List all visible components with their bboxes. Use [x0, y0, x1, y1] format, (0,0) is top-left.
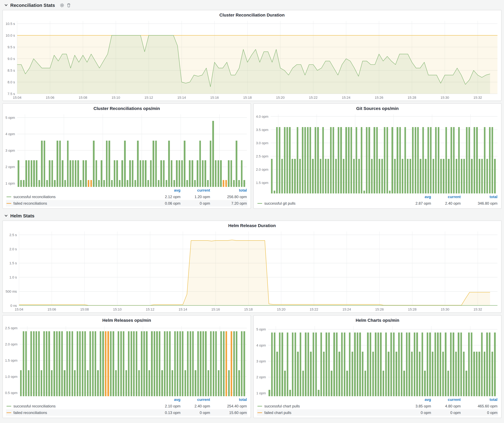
svg-text:4 opm: 4 opm: [256, 343, 266, 347]
chart-helm-charts-ops[interactable]: 15:0515:1015:1515:2015:2515:300 opm1 opm…: [254, 323, 501, 396]
legend-sort-avg[interactable]: avg: [151, 397, 180, 402]
svg-text:15:18: 15:18: [244, 307, 253, 311]
legend-series-name[interactable]: failed chart pulls: [258, 410, 402, 415]
legend-header-row: avgcurrenttotal: [257, 194, 498, 200]
svg-text:15:30: 15:30: [441, 307, 449, 311]
svg-text:500 ms: 500 ms: [6, 289, 17, 294]
svg-text:5 opm: 5 opm: [6, 116, 15, 120]
svg-text:10.5 s: 10.5 s: [6, 22, 15, 26]
svg-text:15:08: 15:08: [80, 307, 89, 311]
legend-sort-current[interactable]: current: [180, 397, 210, 402]
legend-sort-avg[interactable]: avg: [402, 194, 431, 199]
svg-text:1.5 opm: 1.5 opm: [256, 181, 269, 185]
svg-text:1 opm: 1 opm: [256, 391, 266, 395]
legend-row: failed reconciliations0.13 opm0 opm15.60…: [6, 409, 247, 416]
svg-text:2.5 s: 2.5 s: [9, 233, 17, 237]
legend-row: successful reconciliations2.10 opm2.40 o…: [6, 403, 247, 409]
panel-cluster-reconciliation-duration: Cluster Reconciliation Duration 15:0415:…: [2, 10, 502, 101]
svg-text:15:06: 15:06: [48, 307, 56, 311]
svg-text:15:30: 15:30: [441, 96, 449, 100]
legend-value: 346.80 opm: [461, 201, 498, 206]
series-color-marker: [6, 196, 11, 197]
svg-text:1.0 s: 1.0 s: [9, 275, 17, 279]
series-color-marker: [258, 203, 262, 204]
panel-title[interactable]: Helm Release Duration: [3, 221, 501, 228]
legend-sort-current[interactable]: current: [431, 397, 461, 402]
legend-value: 15.60 opm: [210, 410, 247, 415]
gear-icon[interactable]: [60, 3, 64, 7]
svg-text:15:22: 15:22: [309, 96, 318, 100]
legend-helm-charts: avgcurrenttotalsuccessful chart pulls3.8…: [254, 396, 501, 418]
panel-helm-charts-ops: Helm Charts ops/min 15:0515:1015:1515:20…: [253, 315, 502, 418]
chevron-down-icon[interactable]: [4, 3, 8, 7]
legend-sort-total[interactable]: total: [461, 397, 498, 402]
svg-text:7.5 s: 7.5 s: [7, 92, 15, 96]
svg-text:15:26: 15:26: [375, 96, 383, 100]
legend-value: 2.40 opm: [180, 404, 210, 408]
svg-text:9.5 s: 9.5 s: [7, 45, 15, 49]
legend-value: 256.80 opm: [210, 194, 247, 199]
chart-cluster-reconciliations-ops[interactable]: 15:0515:1015:1515:2015:2515:300 opm1 opm…: [3, 111, 251, 187]
legend-series-name[interactable]: failed reconciliations: [6, 410, 151, 415]
legend-sort-total[interactable]: total: [210, 397, 247, 402]
legend-header-row: avgcurrenttotal: [6, 187, 247, 194]
legend-value: 0.06 opm: [151, 201, 180, 206]
legend-value: 2.10 opm: [151, 404, 180, 408]
panel-helm-releases-ops: Helm Releases ops/min 15:0515:1015:1515:…: [2, 315, 251, 418]
legend-series-name[interactable]: successful chart pulls: [258, 404, 402, 408]
panel-title[interactable]: Helm Releases ops/min: [3, 316, 251, 323]
svg-text:15:32: 15:32: [474, 96, 482, 100]
svg-text:15:16: 15:16: [211, 307, 220, 311]
trash-icon[interactable]: [67, 3, 71, 7]
svg-text:2.0 s: 2.0 s: [9, 247, 17, 251]
svg-text:15:08: 15:08: [79, 96, 87, 100]
svg-text:4 opm: 4 opm: [6, 132, 15, 136]
svg-text:3 opm: 3 opm: [6, 149, 15, 153]
svg-text:1.5 opm: 1.5 opm: [5, 358, 18, 362]
legend-sort-current[interactable]: current: [431, 194, 461, 199]
legend-series-name[interactable]: successful reconciliations: [6, 404, 151, 408]
series-color-marker: [258, 406, 262, 406]
svg-text:0 ns: 0 ns: [10, 304, 17, 308]
chart-git-sources-ops[interactable]: 15:0515:1015:1515:2015:2515:301.0 opm1.5…: [254, 111, 501, 194]
legend-series-name[interactable]: successful reconciliations: [6, 194, 151, 199]
svg-text:2 opm: 2 opm: [256, 375, 266, 379]
panel-title[interactable]: Cluster Reconciliations ops/min: [3, 104, 251, 111]
chevron-down-icon[interactable]: [4, 214, 8, 217]
chart-helm-releases-ops[interactable]: 15:0515:1015:1515:2015:2515:300 opm0.5 o…: [3, 323, 251, 396]
legend-sort-avg[interactable]: avg: [402, 397, 431, 402]
legend-sort-total[interactable]: total: [461, 194, 498, 199]
series-color-marker: [6, 412, 11, 413]
panel-title[interactable]: Cluster Reconciliation Duration: [3, 10, 501, 18]
chart-helm-release-duration[interactable]: 15:0415:0615:0815:1015:1215:1415:1615:18…: [3, 228, 501, 312]
svg-text:15:12: 15:12: [146, 307, 155, 311]
section-title-reconciliation-stats[interactable]: Reconciliation Stats: [10, 2, 55, 8]
legend-series-name[interactable]: successful git pulls: [258, 201, 402, 206]
svg-text:15:22: 15:22: [310, 307, 318, 311]
legend-sort-total[interactable]: total: [210, 188, 247, 192]
svg-text:2 opm: 2 opm: [6, 165, 15, 169]
legend-helm-releases: avgcurrenttotalsuccessful reconciliation…: [3, 396, 251, 418]
svg-text:15:24: 15:24: [342, 307, 351, 311]
section-title-helm-stats[interactable]: Helm Stats: [10, 213, 35, 218]
svg-text:1.5 s: 1.5 s: [9, 261, 17, 265]
panel-title[interactable]: Helm Charts ops/min: [254, 316, 501, 323]
svg-text:5 opm: 5 opm: [256, 327, 266, 331]
svg-text:15:20: 15:20: [276, 96, 285, 100]
svg-text:15:32: 15:32: [474, 307, 482, 311]
svg-text:15:28: 15:28: [408, 96, 416, 100]
chart-cluster-reconciliation-duration[interactable]: 15:0415:0615:0815:1015:1215:1415:1615:18…: [3, 18, 501, 101]
legend-value: 2.12 opm: [151, 194, 180, 199]
legend-value: 7.20 opm: [210, 201, 247, 206]
svg-text:0.5 opm: 0.5 opm: [5, 391, 18, 395]
legend-sort-current[interactable]: current: [180, 188, 210, 192]
panel-title[interactable]: Git Sources ops/min: [254, 104, 501, 111]
row-header-reconciliation-stats: Reconciliation Stats: [0, 0, 504, 10]
legend-value: 0 opm: [180, 410, 210, 415]
legend-sort-avg[interactable]: avg: [151, 188, 180, 192]
legend-series-name[interactable]: failed reconciliations: [6, 201, 151, 206]
svg-text:15:20: 15:20: [277, 307, 286, 311]
legend-value: 0 opm: [431, 410, 461, 415]
legend-row: failed chart pulls0 opm0 opm0 opm: [257, 409, 498, 416]
legend-row: failed reconciliations0.06 opm0 opm7.20 …: [6, 200, 247, 206]
